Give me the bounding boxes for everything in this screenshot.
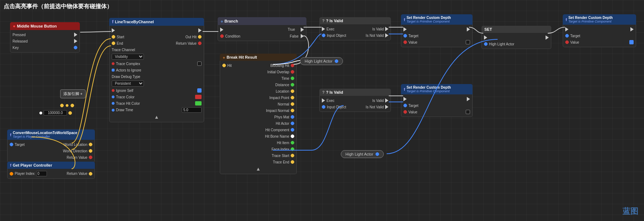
pin-normal <box>291 102 294 106</box>
pin-srd3-exec-in <box>565 27 568 31</box>
pin-srd3-exec-out <box>630 27 634 31</box>
srd2-value-checkbox[interactable] <box>466 110 470 114</box>
ignore-self-checkbox[interactable] <box>197 88 202 93</box>
pin-srd3-target <box>565 34 569 38</box>
row-debug-type: Draw Debug Type <box>110 73 204 80</box>
node-break-hit-result[interactable]: ⬦ Break Hit Result Hit Blocking Hit Init… <box>220 54 297 174</box>
node-get-player-controller[interactable]: f Get Player Controller Player Index Ret… <box>7 162 95 179</box>
pin-highlight-2 <box>376 152 379 156</box>
pin-srd3-value <box>565 40 569 44</box>
watermark: 蓝图 <box>623 206 638 217</box>
number-input-node <box>39 110 72 116</box>
number-value-input[interactable] <box>44 110 67 116</box>
pin-draw-time <box>112 109 115 112</box>
add-pin-button[interactable]: 添加引脚 + <box>60 89 86 98</box>
pin-cm-world-direction <box>89 149 92 153</box>
row-trace-color: Trace Color <box>110 94 204 100</box>
pin-gpc-return-value <box>89 172 92 176</box>
pin-released-exec <box>74 39 77 43</box>
pin-iv1-exec-in <box>322 27 325 31</box>
node-convert-mouse-header: f ConvertMouseLocationToWorldSpace Targe… <box>7 129 95 140</box>
node-middle-mouse-button-header: ● Middle Mouse Button <box>10 22 80 30</box>
pin-end <box>112 41 115 45</box>
node-line-trace-header: f LineTraceByChannel <box>109 18 204 26</box>
node-set-render-depth-3-header: f Set Render Custom Depth Target is Prim… <box>563 14 636 25</box>
pin-srd2-value <box>403 110 407 114</box>
pin-hit-bone-name <box>291 134 294 138</box>
node-middle-mouse-button-body: Pressed Released Key <box>10 30 80 53</box>
blueprint-canvas[interactable]: 点击高亮事件（前提选中物体要有碰撞体） 蓝图 ● Middle Mouse Bu… <box>0 0 644 221</box>
pin-distance <box>291 83 294 87</box>
pin-gpc-player-index <box>10 172 13 176</box>
pin-phys-mat <box>291 115 294 119</box>
node-break-hit-result-body: Hit Blocking Hit Initial Overlap Time <box>220 61 297 174</box>
pin-condition <box>220 34 224 38</box>
pin-iv2-input-object <box>322 105 325 109</box>
pin-trace-color <box>112 95 115 98</box>
draw-time-input[interactable] <box>182 107 202 113</box>
trace-complex-checkbox[interactable] <box>197 62 202 66</box>
debug-type-dropdown[interactable]: Persistent None ForOneFrame <box>112 80 144 87</box>
node-line-trace[interactable]: f LineTraceByChannel Start Out Hit <box>109 18 204 122</box>
node-set-render-depth-3-body: Target Value <box>563 25 636 47</box>
row-trace-complex: Trace Complex <box>110 60 204 67</box>
pin-branch-exec-in <box>220 28 223 32</box>
pin-bhr-hit <box>222 64 226 67</box>
pin-cm-return-value <box>89 156 92 159</box>
srd3-value-checkbox[interactable] <box>629 40 634 44</box>
high-light-actor-bubble-2[interactable]: High Light Actor <box>341 150 384 158</box>
node-get-player-controller-header: f Get Player Controller <box>7 162 95 169</box>
pin-iv1-is-valid <box>385 27 388 31</box>
pin-highlight-1 <box>335 59 338 63</box>
node-set[interactable]: SET High Light Actor <box>481 26 551 49</box>
pin-outhit <box>198 35 202 39</box>
pin-srd2-target <box>403 104 407 107</box>
pin-srd1-exec-out <box>467 27 470 31</box>
pin-impact-point <box>291 96 294 99</box>
high-light-actor-bubble-1[interactable]: High Light Actor <box>300 57 343 65</box>
trace-color-swatch[interactable] <box>195 95 202 99</box>
srd1-value-checkbox[interactable] <box>466 40 470 44</box>
player-index-input[interactable] <box>36 171 47 176</box>
node-set-render-depth-2-header: f Set Render Custom Depth Target is Prim… <box>401 84 473 94</box>
node-set-render-depth-2[interactable]: f Set Render Custom Depth Target is Prim… <box>401 84 473 117</box>
pin-trace-complex <box>112 62 115 65</box>
node-convert-mouse[interactable]: f ConvertMouseLocationToWorldSpace Targe… <box>7 129 95 162</box>
row-start: Start Out Hit <box>110 34 204 40</box>
pin-srd2-exec-in <box>403 97 407 101</box>
node-set-header: SET <box>481 26 551 33</box>
pin-hit-component <box>291 128 294 132</box>
pin-srd2-exec-out <box>467 97 470 101</box>
pin-impact-normal <box>291 109 294 112</box>
node-branch-body: True Condition False <box>218 25 306 41</box>
pin-set-high-light <box>484 42 488 46</box>
pin-hit-actor <box>291 122 294 125</box>
node-is-valid-1[interactable]: ? ? Is Valid Exec Is Valid Input Object <box>319 17 391 40</box>
node-set-render-depth-3[interactable]: f Set Render Custom Depth Target is Prim… <box>563 14 636 47</box>
node-branch-header: ⬦ Branch <box>218 17 306 25</box>
node-middle-mouse-button[interactable]: ● Middle Mouse Button Pressed Released K… <box>10 22 80 53</box>
row-end: End Return Value <box>110 40 204 46</box>
node-set-render-depth-1[interactable]: f Set Render Custom Depth Target is Prim… <box>401 14 473 47</box>
trace-hit-color-swatch[interactable] <box>195 101 202 105</box>
pin-exec-in <box>112 28 115 33</box>
pin-false <box>301 34 304 38</box>
pin-key <box>74 46 77 49</box>
row-draw-time: Draw Time <box>110 107 204 113</box>
node-is-valid-2-body: Exec Is Valid Input Object Is Not Valid <box>319 96 391 112</box>
pin-initial-overlap <box>291 70 294 74</box>
pin-trace-end <box>291 160 294 164</box>
node-is-valid-2[interactable]: ? ? Is Valid Exec Is Valid Input Object <box>319 89 391 112</box>
pin-start <box>112 35 115 39</box>
pin-srd1-exec-in <box>403 27 407 31</box>
node-is-valid-1-header: ? ? Is Valid <box>319 17 391 24</box>
pin-trace-hit-color <box>112 102 115 105</box>
pin-ignore-self <box>112 89 115 92</box>
node-set-render-depth-1-header: f Set Render Custom Depth Target is Prim… <box>401 14 473 25</box>
node-branch[interactable]: ⬦ Branch True Condition False <box>218 17 306 41</box>
row-branch-exec: True <box>218 26 306 33</box>
pin-srd1-value <box>403 40 407 44</box>
pin-return-value <box>198 41 202 45</box>
pin-iv1-is-not-valid <box>385 33 388 38</box>
trace-channel-dropdown[interactable]: Visibility Camera WorldStatic <box>112 54 144 60</box>
